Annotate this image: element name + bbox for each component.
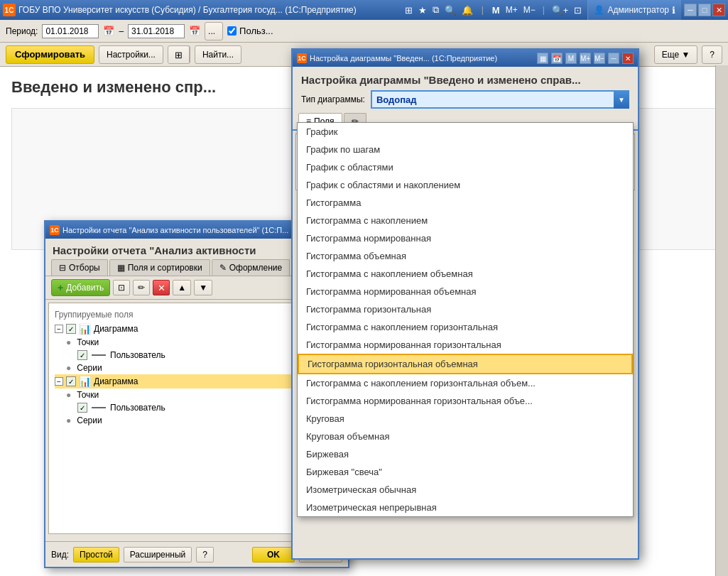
dropdown-item-9[interactable]: Гистограмма нормированная объемная <box>298 283 633 300</box>
add-button[interactable]: + Добавить <box>51 279 110 296</box>
dropdown-item-0[interactable]: График <box>298 123 633 141</box>
chart-icon-2: 📊 <box>79 376 91 387</box>
settings-help-button[interactable]: ? <box>196 547 214 563</box>
right-scrollbar[interactable] <box>715 65 728 576</box>
period-dots-button[interactable]: ... <box>205 22 223 40</box>
tab-filters[interactable]: ⊟ Отборы <box>51 259 108 276</box>
tab-fields-label: Поля и сортировки <box>128 263 202 273</box>
dropdown-item-19[interactable]: Биржевая "свеча" <box>298 463 633 481</box>
check-user-2[interactable]: ✓ <box>77 403 87 413</box>
chart-dialog-mminus[interactable]: M− <box>594 53 605 64</box>
title-mminus[interactable]: M− <box>523 5 536 15</box>
form-button[interactable]: Сформировать <box>6 45 94 64</box>
extended-view-button[interactable]: Расширенный <box>124 547 192 563</box>
title-zoom[interactable]: 🔍+ <box>552 5 569 16</box>
window-controls: ─ □ ✕ <box>684 4 725 16</box>
dropdown-item-20[interactable]: Изометрическая обычная <box>298 481 633 499</box>
dropdown-item-14[interactable]: Гистограмма с накоплением горизонтальная… <box>298 374 633 392</box>
dropdown-item-18[interactable]: Биржевая <box>298 445 633 463</box>
bullet-series-2: ● <box>66 415 71 425</box>
dropdown-item-16[interactable]: Круговая <box>298 410 633 428</box>
title-info-icon[interactable]: ℹ <box>672 5 675 16</box>
dropdown-item-11[interactable]: Гистограмма с накоплением горизонтальная <box>298 318 633 336</box>
period-separator: – <box>119 26 124 36</box>
settings-button[interactable]: Настройки... <box>99 45 163 64</box>
dash-user-1 <box>92 354 106 356</box>
check-icon-2[interactable]: ✓ <box>66 376 76 386</box>
chart-type-display[interactable]: Водопад <box>371 90 629 109</box>
dropdown-item-12[interactable]: Гистограмма нормированная горизонтальная <box>298 336 633 354</box>
title-windows[interactable]: ⊡ <box>574 5 582 16</box>
title-icon-3[interactable]: ⧉ <box>433 4 439 16</box>
dropdown-arrow[interactable]: ▼ <box>614 90 629 109</box>
help-button[interactable]: ? <box>702 45 722 64</box>
period-label: Период: <box>6 26 38 36</box>
more-button[interactable]: Еще ▼ <box>654 45 698 64</box>
title-sep2: | <box>543 5 545 15</box>
title-icon-1[interactable]: ⊞ <box>405 5 413 16</box>
x-icon: ✕ <box>158 283 165 293</box>
title-icon-5[interactable]: 🔔 <box>462 5 473 16</box>
expand-icon-1[interactable]: − <box>55 325 63 333</box>
chart-type-select-wrapper[interactable]: Водопад ▼ <box>371 90 629 109</box>
plus-icon: + <box>58 282 63 293</box>
find-label: Найти... <box>202 50 234 60</box>
chart-dialog-icon-btn2[interactable]: 📅 <box>551 53 563 64</box>
move-down-button[interactable]: ▼ <box>194 280 212 295</box>
move-up-button[interactable]: ▲ <box>173 280 191 295</box>
user-checkbox[interactable] <box>227 26 237 36</box>
dropdown-item-17[interactable]: Круговая объемная <box>298 428 633 445</box>
tab-format[interactable]: ✎ Оформление <box>212 259 290 276</box>
calendar-from-icon[interactable]: 📅 <box>103 26 114 36</box>
main-window: 1С ГОБУ ВПО Университет искусств (Субсид… <box>0 0 728 576</box>
maximize-button[interactable]: □ <box>698 4 711 16</box>
settings-app-icon: 1С <box>50 225 60 235</box>
chart-dialog-minimize[interactable]: ─ <box>608 53 619 64</box>
settings-ok-button[interactable]: OK <box>252 547 295 563</box>
dropdown-item-13[interactable]: Гистограмма горизонтальная объемная <box>298 354 633 374</box>
copy-icon-button[interactable]: ⊡ <box>113 280 130 295</box>
title-icon-4[interactable]: 🔍 <box>445 5 456 16</box>
tree-label-1: Диаграмма <box>94 324 138 334</box>
edit-button[interactable]: ✏ <box>133 280 150 295</box>
simple-view-button[interactable]: Простой <box>73 547 119 563</box>
dropdown-item-1[interactable]: График по шагам <box>298 141 633 158</box>
chart-dialog-close[interactable]: ✕ <box>622 53 634 64</box>
main-title-bar: 1С ГОБУ ВПО Университет искусств (Субсид… <box>0 0 728 20</box>
chart-dialog-icon-btn[interactable]: ▦ <box>537 53 548 64</box>
dropdown-item-15[interactable]: Гистограмма нормированная горизонтальная… <box>298 392 633 410</box>
chart-dialog-m: M <box>565 53 577 64</box>
period-to-input[interactable] <box>128 24 185 38</box>
title-user-icon: 👤 <box>594 5 604 15</box>
dropdown-item-3[interactable]: График с областями и накоплением <box>298 176 633 194</box>
find-button[interactable]: Найти... <box>195 45 241 64</box>
delete-button[interactable]: ✕ <box>153 280 170 295</box>
dropdown-item-21[interactable]: Изометрическая непрерывная <box>298 499 633 516</box>
close-button[interactable]: ✕ <box>712 4 725 16</box>
dropdown-item-5[interactable]: Гистограмма с накоплением <box>298 212 633 229</box>
dropdown-list[interactable]: ГрафикГрафик по шагамГрафик с областямиГ… <box>297 122 634 517</box>
dropdown-item-4[interactable]: Гистограмма <box>298 194 633 212</box>
chart-dialog-mplus[interactable]: M+ <box>580 53 591 64</box>
dropdown-item-7[interactable]: Гистограмма объемная <box>298 247 633 265</box>
check-user-1[interactable]: ✓ <box>77 350 87 360</box>
settings-window-title-text: Настройки отчета "Анализ активности поль… <box>63 226 301 234</box>
dropdown-item-10[interactable]: Гистограмма горизонтальная <box>298 300 633 318</box>
tab-fields[interactable]: ▦ Поля и сортировки <box>109 259 210 276</box>
expand-icon-2[interactable]: − <box>55 377 63 386</box>
period-from-input[interactable] <box>42 24 99 38</box>
down-icon: ▼ <box>199 283 207 293</box>
title-sep: | <box>482 5 484 15</box>
points-label-1: Точки <box>77 337 99 347</box>
minimize-button[interactable]: ─ <box>684 4 697 16</box>
action-icon-1[interactable]: ⊞ <box>168 46 190 64</box>
dash-user-2 <box>92 407 106 408</box>
check-icon-1[interactable]: ✓ <box>66 324 76 334</box>
title-mplus[interactable]: M+ <box>506 5 518 15</box>
title-icon-2[interactable]: ★ <box>418 5 427 16</box>
filter-icon: ⊟ <box>59 263 66 273</box>
dropdown-item-8[interactable]: Гистограмма с накоплением объемная <box>298 265 633 283</box>
dropdown-item-2[interactable]: График с областями <box>298 158 633 176</box>
dropdown-item-6[interactable]: Гистограмма нормированная <box>298 229 633 247</box>
calendar-to-icon[interactable]: 📅 <box>189 26 200 36</box>
